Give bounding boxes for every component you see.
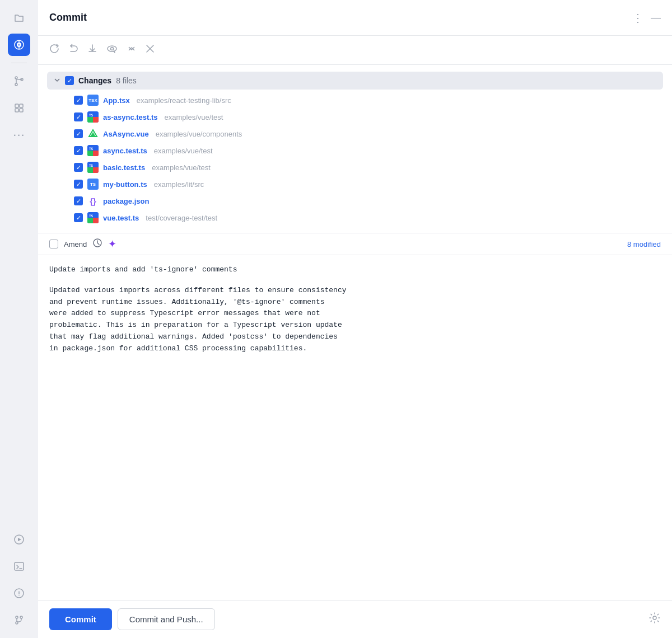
minimize-icon[interactable]: — <box>651 12 661 24</box>
file-item[interactable]: ✓ {} package.json <box>69 193 663 209</box>
svg-rect-36 <box>93 167 99 173</box>
svg-text:TS: TS <box>89 147 94 151</box>
svg-rect-39 <box>87 218 93 223</box>
svg-point-4 <box>15 83 17 86</box>
file-name: App.tsx <box>103 96 130 105</box>
file-name: package.json <box>103 197 149 205</box>
ts-file-icon: TS <box>87 179 99 190</box>
file-tree: ✓ Changes 8 files ✓ TSX App.tsx examples… <box>38 65 672 233</box>
file-checkbox[interactable]: ✓ <box>74 196 83 205</box>
svg-rect-26 <box>93 117 99 123</box>
file-item[interactable]: ✓ TS my-button.ts examples/lit/src <box>69 176 663 193</box>
refresh-icon[interactable] <box>49 44 59 57</box>
svg-rect-25 <box>87 117 93 123</box>
run-icon[interactable] <box>8 528 30 551</box>
warning-icon[interactable] <box>8 582 30 604</box>
toolbar <box>38 36 672 65</box>
close-icon[interactable] <box>146 44 155 56</box>
amend-label: Amend <box>64 240 87 248</box>
svg-point-3 <box>15 77 17 79</box>
svg-rect-35 <box>87 167 93 173</box>
file-name: basic.test.ts <box>103 163 145 172</box>
page-title: Commit <box>49 12 87 24</box>
ts-test-file-icon: TS <box>87 111 99 123</box>
file-name: async.test.ts <box>103 147 147 155</box>
file-checkbox[interactable]: ✓ <box>74 213 83 222</box>
file-checkbox[interactable]: ✓ <box>74 96 83 105</box>
ts-test-file-icon: TS <box>87 145 99 156</box>
amend-row: Amend ✦ 8 modified <box>38 233 672 255</box>
svg-point-20 <box>108 46 116 51</box>
download-icon[interactable] <box>87 44 97 57</box>
amend-checkbox[interactable] <box>49 240 58 248</box>
commit-message-area[interactable]: Update imports and add 'ts-ignore' comme… <box>38 255 672 600</box>
file-list: ✓ TSX App.tsx examples/react-testing-lib… <box>47 92 663 226</box>
json-file-icon: {} <box>87 195 99 207</box>
clock-icon[interactable] <box>92 238 102 250</box>
file-item[interactable]: ✓ TSX App.tsx examples/react-testing-lib… <box>69 92 663 109</box>
file-path: examples/vue/test <box>165 113 223 121</box>
header-actions: ⋮ — <box>632 11 661 25</box>
source-control-icon[interactable] <box>8 34 30 56</box>
ts-test-file-icon: TS <box>87 162 99 173</box>
svg-rect-31 <box>87 151 93 156</box>
more-icon[interactable]: ··· <box>8 124 30 146</box>
collapse-icon[interactable] <box>127 44 137 57</box>
svg-rect-8 <box>15 109 18 112</box>
file-item[interactable]: ✓ AsAsync.vue examples/vue/components <box>69 125 663 142</box>
more-options-icon[interactable]: ⋮ <box>632 11 644 25</box>
undo-icon[interactable] <box>68 44 78 57</box>
svg-point-18 <box>20 616 22 618</box>
sparkle-icon[interactable]: ✦ <box>108 238 116 250</box>
file-item[interactable]: ✓ TS async.test.ts examples/vue/test <box>69 142 663 159</box>
git-icon[interactable] <box>8 609 30 631</box>
file-path: examples/vue/test <box>154 147 213 155</box>
changes-count: 8 files <box>116 76 137 85</box>
svg-rect-7 <box>20 104 23 107</box>
extensions-icon[interactable] <box>8 97 30 119</box>
eye-icon[interactable] <box>106 44 118 57</box>
file-item[interactable]: ✓ TS basic.test.ts examples/vue/test <box>69 159 663 176</box>
file-checkbox[interactable]: ✓ <box>74 180 83 189</box>
changes-group-header[interactable]: ✓ Changes 8 files <box>47 72 663 90</box>
file-checkbox[interactable]: ✓ <box>74 146 83 155</box>
file-name: my-button.ts <box>103 180 147 189</box>
svg-point-17 <box>16 616 18 618</box>
file-name: as-async.test.ts <box>103 113 158 121</box>
ts-test-file-icon: TS <box>87 212 99 223</box>
file-path: examples/lit/src <box>154 180 204 189</box>
sidebar: ··· <box>0 0 38 638</box>
file-checkbox[interactable]: ✓ <box>74 163 83 172</box>
bottom-bar: Commit Commit and Push... <box>38 600 672 638</box>
svg-rect-32 <box>93 151 99 156</box>
file-name: AsAsync.vue <box>103 130 149 138</box>
changes-label: Changes <box>78 76 111 85</box>
svg-rect-6 <box>15 104 18 107</box>
commit-push-button[interactable]: Commit and Push... <box>118 608 215 630</box>
git-branch-icon[interactable] <box>8 70 30 92</box>
header: Commit ⋮ — <box>38 0 672 36</box>
settings-icon[interactable] <box>648 612 661 627</box>
file-path: examples/vue/test <box>152 163 211 172</box>
svg-point-16 <box>18 595 20 596</box>
folder-icon[interactable] <box>8 7 30 29</box>
bottom-buttons: Commit Commit and Push... <box>49 608 215 630</box>
file-checkbox[interactable]: ✓ <box>74 112 83 121</box>
svg-text:TS: TS <box>89 214 94 218</box>
file-checkbox[interactable]: ✓ <box>74 129 83 138</box>
vue-file-icon <box>87 128 99 139</box>
file-path: test/coverage-test/test <box>146 214 217 222</box>
svg-marker-11 <box>18 538 21 541</box>
svg-text:TS: TS <box>89 163 94 167</box>
tsx-file-icon: TSX <box>87 95 99 106</box>
commit-button[interactable]: Commit <box>49 608 112 630</box>
file-item[interactable]: ✓ TS vue.test.ts test/coverage-test/test <box>69 209 663 226</box>
file-path: examples/vue/components <box>156 130 242 138</box>
commit-message-body: Updated various imports across different… <box>49 285 661 355</box>
modified-count: 8 modified <box>627 240 661 248</box>
terminal-icon[interactable] <box>8 555 30 578</box>
file-item[interactable]: ✓ TS as-async.test.ts examples/vue/test <box>69 109 663 125</box>
main-panel: Commit ⋮ — <box>38 0 672 638</box>
svg-rect-12 <box>15 562 24 570</box>
changes-checkbox[interactable]: ✓ <box>65 76 74 85</box>
